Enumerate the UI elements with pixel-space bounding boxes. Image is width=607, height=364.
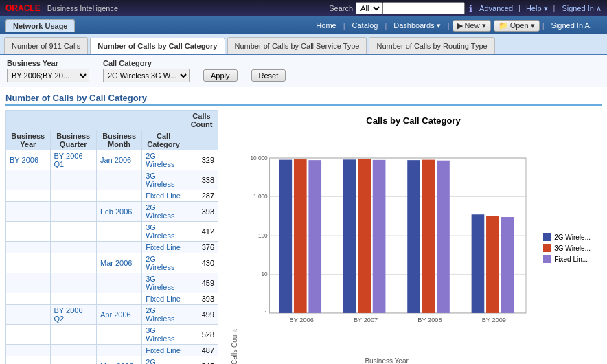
table-row: 3G Wireless338 xyxy=(6,170,218,190)
table-cell[interactable] xyxy=(96,345,141,356)
tab-911[interactable]: Number of 911 Calls xyxy=(4,37,88,54)
table-cell[interactable] xyxy=(96,293,141,305)
table-cell[interactable] xyxy=(50,293,96,305)
advanced-link[interactable]: Advanced xyxy=(479,4,513,12)
table-cell[interactable]: 2G Wireless xyxy=(142,150,185,170)
svg-rect-12 xyxy=(294,159,307,313)
table-cell: 487 xyxy=(185,345,218,356)
table-cell[interactable] xyxy=(50,273,96,293)
table-cell[interactable] xyxy=(6,273,51,293)
oracle-logo: ORACLE xyxy=(5,3,41,13)
table-cell[interactable] xyxy=(6,305,51,325)
data-table-wrap: Calls Count Business Year Business Quart… xyxy=(5,110,218,364)
table-cell[interactable] xyxy=(6,170,51,190)
signed-in[interactable]: Signed In ∧ xyxy=(562,4,602,13)
table-cell[interactable]: Jan 2006 xyxy=(96,150,141,170)
table-row: 3G Wireless528 xyxy=(6,325,218,345)
table-header-left xyxy=(6,111,185,130)
table-cell[interactable]: BY 2006 Q1 xyxy=(50,150,96,170)
apply-button[interactable]: Apply xyxy=(203,69,238,82)
table-cell: 545 xyxy=(185,356,218,365)
biz-month-header: Business Month xyxy=(96,130,141,150)
table-cell[interactable] xyxy=(50,190,96,202)
table-cell: 499 xyxy=(185,305,218,325)
reset-button[interactable]: Reset xyxy=(251,69,286,82)
table-cell[interactable] xyxy=(50,356,96,365)
table-cell[interactable]: 3G Wireless xyxy=(142,222,185,242)
table-cell[interactable] xyxy=(6,345,51,356)
table-cell[interactable] xyxy=(6,253,51,273)
table-cell[interactable]: Fixed Line xyxy=(142,242,185,253)
table-cell[interactable]: Feb 2006 xyxy=(96,202,141,222)
table-cell[interactable] xyxy=(50,242,96,253)
table-cell[interactable]: 2G Wireless xyxy=(142,305,185,325)
svg-text:10: 10 xyxy=(262,271,268,277)
svg-text:BY 2009: BY 2009 xyxy=(482,317,506,323)
search-input[interactable] xyxy=(382,2,465,14)
table-cell[interactable] xyxy=(96,325,141,345)
table-cell[interactable] xyxy=(96,170,141,190)
dashboards-link[interactable]: Dashboards ▾ xyxy=(393,21,440,30)
table-cell[interactable] xyxy=(6,356,51,365)
table-cell[interactable] xyxy=(50,202,96,222)
info-icon[interactable]: ℹ xyxy=(469,3,472,14)
signed-in-nav[interactable]: Signed In A... xyxy=(551,21,596,30)
new-button[interactable]: ▶ New ▾ xyxy=(453,20,491,32)
table-cell[interactable]: BY 2006 xyxy=(6,150,51,170)
y-axis-label: Calls Count xyxy=(231,131,238,364)
table-cell[interactable]: BY 2006 Q2 xyxy=(50,305,96,325)
call-category-select[interactable]: 2G Wireless;3G W... xyxy=(103,69,190,82)
network-usage-tab[interactable]: Network Usage xyxy=(5,19,75,32)
table-row: Fixed Line487 xyxy=(6,345,218,356)
tab-routing[interactable]: Number of Calls by Routing Type xyxy=(369,37,494,54)
table-cell[interactable] xyxy=(50,253,96,273)
home-link[interactable]: Home xyxy=(316,21,336,30)
business-year-label: Business Year xyxy=(7,59,89,67)
table-cell[interactable]: Apr 2006 xyxy=(96,305,141,325)
biz-quarter-header: Business Quarter xyxy=(50,130,96,150)
calls-count-header: Calls Count xyxy=(185,111,218,130)
tab-call-category[interactable]: Number of Calls by Call Category xyxy=(90,38,225,54)
table-cell[interactable]: 2G Wireless xyxy=(142,356,185,365)
svg-rect-25 xyxy=(501,217,514,313)
table-cell[interactable] xyxy=(96,242,141,253)
svg-rect-11 xyxy=(279,160,293,313)
svg-text:1,000: 1,000 xyxy=(253,193,268,200)
business-year-select[interactable]: BY 2006;BY 20... xyxy=(7,69,89,82)
table-cell[interactable] xyxy=(6,242,51,253)
table-cell[interactable] xyxy=(6,325,51,345)
table-cell[interactable] xyxy=(50,170,96,190)
table-cell[interactable]: 3G Wireless xyxy=(142,273,185,293)
table-cell: 329 xyxy=(185,150,218,170)
catalog-link[interactable]: Catalog xyxy=(352,21,378,30)
table-cell[interactable]: 3G Wireless xyxy=(142,325,185,345)
table-cell[interactable]: 2G Wireless xyxy=(142,202,185,222)
legend-label: 2G Wirele... xyxy=(554,234,591,241)
svg-text:10,000: 10,000 xyxy=(250,155,268,161)
table-row: May 20062G Wireless545 xyxy=(6,356,218,365)
table-cell[interactable] xyxy=(50,345,96,356)
table-cell[interactable] xyxy=(6,190,51,202)
svg-rect-21 xyxy=(437,161,450,313)
table-cell[interactable]: Fixed Line xyxy=(142,345,185,356)
table-cell[interactable]: Fixed Line xyxy=(142,190,185,202)
table-row: Fixed Line376 xyxy=(6,242,218,253)
table-cell[interactable] xyxy=(96,273,141,293)
legend-color-box xyxy=(543,233,551,241)
table-cell[interactable] xyxy=(50,325,96,345)
table-cell[interactable]: Mar 2006 xyxy=(96,253,141,273)
table-cell[interactable] xyxy=(50,222,96,242)
table-cell[interactable] xyxy=(96,190,141,202)
help-link[interactable]: Help ▾ xyxy=(526,4,548,13)
table-cell[interactable]: Fixed Line xyxy=(142,293,185,305)
table-cell[interactable]: May 2006 xyxy=(96,356,141,365)
table-cell[interactable]: 2G Wireless xyxy=(142,253,185,273)
table-cell[interactable] xyxy=(6,222,51,242)
tab-call-service[interactable]: Number of Calls by Call Service Type xyxy=(227,37,367,54)
open-button[interactable]: 📁 Open ▾ xyxy=(494,20,540,32)
table-cell[interactable] xyxy=(96,222,141,242)
table-cell[interactable] xyxy=(6,202,51,222)
table-cell[interactable] xyxy=(6,293,51,305)
table-cell[interactable]: 3G Wireless xyxy=(142,170,185,190)
search-select[interactable]: All xyxy=(356,2,382,14)
